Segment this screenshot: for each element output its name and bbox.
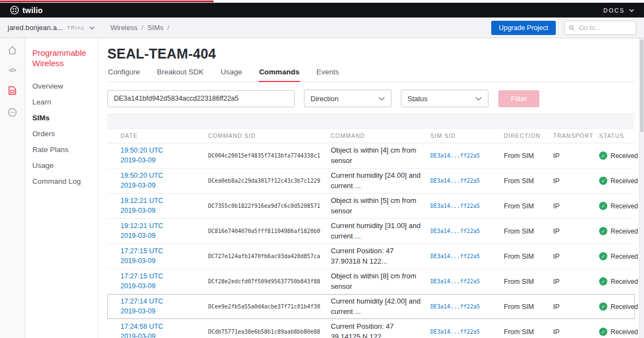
brand-name: twilio <box>22 6 43 15</box>
tab[interactable]: Commands <box>258 65 300 82</box>
row-date: 2019-03-09 <box>120 257 208 266</box>
sim-sid-link[interactable]: DE3a14...ff22a5 <box>430 329 504 335</box>
status-text: Received <box>611 303 638 311</box>
date-link[interactable]: 19:12:21 UTC 2019-03-09 <box>120 196 208 215</box>
row-date: 2019-03-09 <box>120 156 208 166</box>
twilio-logo-icon <box>10 5 19 15</box>
date-link[interactable]: 17:27:14 UTC 2019-03-09 <box>120 297 208 316</box>
date-link[interactable]: 19:12:21 UTC 2019-03-09 <box>120 222 208 241</box>
rail-item-sim[interactable] <box>8 86 16 95</box>
breadcrumb-item[interactable]: Wireless <box>110 24 137 32</box>
command-text: Current humidity [42.00] and current ... <box>331 296 430 317</box>
transport-text: IP <box>553 177 599 185</box>
row-time: 19:12:21 UTC <box>120 222 208 231</box>
command-sid: DCee9e2fb5a55a0d4acbe37f71c01b4f30 <box>208 304 331 310</box>
page-title: SEAL-TEAM-404 <box>107 46 635 62</box>
row-date: 2019-03-09 <box>120 231 208 241</box>
breadcrumb-item[interactable]: SIMs <box>147 24 164 32</box>
sidebar-item-label: Command Log <box>32 177 81 185</box>
table-row: 19:50:20 UTC 2019-03-09 DCea0eb8a2c29da3… <box>107 168 635 194</box>
sidebar-item[interactable]: Rate Plans <box>32 145 95 154</box>
status-badge: ✓ Received <box>599 302 638 311</box>
direction-select[interactable]: Direction <box>304 90 392 107</box>
sim-sid-link[interactable]: DE3a14...ff22a5 <box>430 228 504 234</box>
direction-text: From SIM <box>504 177 553 185</box>
row-time: 19:50:20 UTC <box>120 146 208 156</box>
tab[interactable]: Breakout SDK <box>157 65 205 81</box>
top-artifact <box>0 0 644 3</box>
transport-text: IP <box>553 303 599 311</box>
sidebar-item[interactable]: SIMs <box>32 114 95 122</box>
table-row: 19:50:20 UTC 2019-03-09 DC004c20015ef483… <box>107 143 635 168</box>
status-text: Received <box>611 228 638 235</box>
main-content: SEAL-TEAM-404 Configure Breakout SDK Usa… <box>99 38 639 338</box>
date-link[interactable]: 17:27:15 UTC 2019-03-09 <box>120 272 208 291</box>
docs-menu[interactable]: DOCS <box>603 7 634 14</box>
command-sid: DCf28e2edcfd07f509d95637750b843f88 <box>208 278 331 284</box>
account-type-badge: TRIAL <box>67 25 85 31</box>
status-text: Received <box>611 152 638 160</box>
status-text: Received <box>611 177 638 185</box>
command-text: Object is within [5] cm from sensor <box>331 196 430 217</box>
sim-sid-link[interactable]: DE3a14...ff22a5 <box>430 253 504 259</box>
command-sid: DC727e124afb1470fb6ac93da420d857ca <box>208 253 331 259</box>
scrollbar[interactable] <box>639 38 644 338</box>
chevron-down-icon <box>629 9 634 12</box>
breadcrumb-crumb: Wireless / <box>110 24 147 32</box>
scrollbar-thumb[interactable] <box>640 39 643 132</box>
rail-item-home[interactable] <box>8 46 17 55</box>
tab[interactable]: Configure <box>107 65 141 81</box>
sim-sid-link[interactable]: DE3a14...ff22a5 <box>430 178 504 184</box>
table-row: 17:27:15 UTC 2019-03-09 DC727e124afb1470… <box>107 244 635 269</box>
sim-sid-filter-input[interactable] <box>107 90 295 107</box>
date-link[interactable]: 19:50:20 UTC 2019-03-09 <box>120 171 208 190</box>
date-link[interactable]: 19:50:20 UTC 2019-03-09 <box>120 146 208 165</box>
twilio-home-link[interactable]: twilio <box>10 5 43 15</box>
column-header: SIM SID <box>430 132 504 139</box>
sidebar-item[interactable]: Orders <box>32 130 95 138</box>
command-sid: DC004c20015ef4835f7413bfa7744338c1 <box>208 153 331 159</box>
top-artifact-red-line <box>0 1 214 2</box>
rail-item-more[interactable] <box>8 108 17 117</box>
breadcrumb: Wireless / SIMs / <box>110 24 173 32</box>
account-menu[interactable]: jared.bonjean.a... TRIAL <box>8 24 95 32</box>
check-icon: ✓ <box>599 252 607 260</box>
tab[interactable]: Usage <box>220 65 243 81</box>
rail-item-code[interactable]: </> <box>9 67 16 73</box>
status-select[interactable]: Status <box>401 90 488 107</box>
date-link[interactable]: 17:27:15 UTC 2019-03-09 <box>120 247 208 266</box>
command-text: Current Position: 47 39.14125 N 122... <box>331 322 430 338</box>
column-header: DATE <box>120 132 208 139</box>
sim-sid-link[interactable]: DE3a14...ff22a5 <box>430 304 504 310</box>
command-text: Current humidity [31.00] and current ... <box>331 221 430 242</box>
tab[interactable]: Events <box>316 65 340 81</box>
row-time: 17:27:15 UTC <box>120 272 208 282</box>
filter-button[interactable]: Filter <box>498 90 539 107</box>
row-date: 2019-03-09 <box>120 181 208 191</box>
sidebar: Programmable Wireless Overview Learn SIM… <box>25 38 99 338</box>
sim-sid-link[interactable]: DE3a14...ff22a5 <box>430 278 504 284</box>
sidebar-item[interactable]: Overview <box>32 82 95 90</box>
table-row: 17:27:14 UTC 2019-03-09 DCee9e2fb5a55a0d… <box>107 294 635 319</box>
goto-search[interactable] <box>564 21 636 35</box>
check-icon: ✓ <box>599 151 607 160</box>
status-badge: ✓ Received <box>599 202 638 210</box>
breadcrumb-separator: / <box>168 24 170 32</box>
goto-search-input[interactable] <box>578 24 631 32</box>
sidebar-item[interactable]: Usage <box>32 161 95 170</box>
check-icon: ✓ <box>599 202 607 210</box>
upgrade-project-button[interactable]: Upgrade Project <box>491 21 556 35</box>
status-badge: ✓ Received <box>599 277 638 285</box>
sidebar-item[interactable]: Command Log <box>32 177 95 185</box>
sim-sid-link[interactable]: DE3a14...ff22a5 <box>430 153 504 159</box>
command-sid: DC7355c0b1822f916ea9d7c6c0d5208571 <box>208 203 331 209</box>
product-title-link[interactable]: Programmable Wireless <box>32 48 86 69</box>
command-sid: DC816e7404070a5fff81104986af1820b0 <box>208 228 331 234</box>
status-text: Received <box>611 253 638 260</box>
sim-card-icon <box>8 86 16 95</box>
filter-bar: Direction Status Filter <box>107 90 635 107</box>
date-link[interactable]: 17:24:58 UTC 2019-03-09 <box>120 322 208 338</box>
sidebar-item[interactable]: Learn <box>32 98 95 106</box>
topbar: twilio DOCS <box>0 3 644 18</box>
sim-sid-link[interactable]: DE3a14...ff22a5 <box>430 203 504 209</box>
